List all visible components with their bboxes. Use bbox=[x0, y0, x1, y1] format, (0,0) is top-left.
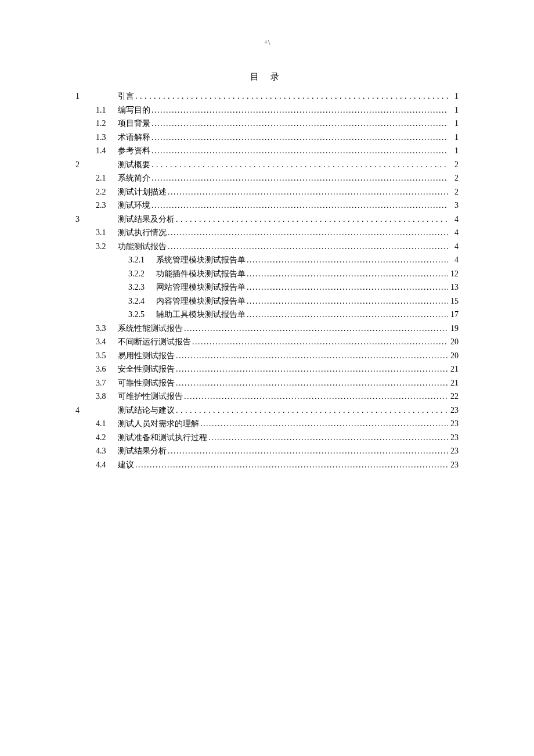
toc-page: 21 bbox=[449, 362, 459, 376]
toc-label: 测试结果分析 bbox=[118, 444, 167, 458]
toc-num-l2: 3.6 bbox=[96, 362, 118, 376]
toc-label: 测试概要 bbox=[118, 158, 150, 172]
toc-leader: ........................................… bbox=[176, 213, 448, 226]
toc-num-l2: 3.8 bbox=[96, 390, 118, 404]
toc-leader: ........................................… bbox=[151, 171, 448, 185]
toc-label: 测试计划描述 bbox=[118, 185, 167, 199]
toc-entry: 2.3测试环境.................................… bbox=[75, 199, 459, 213]
toc-entry: 4测试结论与建议................................… bbox=[75, 404, 459, 417]
toc-num-l2: 2.3 bbox=[96, 199, 118, 213]
toc-entry: 2.2测试计划描述...............................… bbox=[75, 185, 459, 199]
toc-num-l2: 4.3 bbox=[96, 444, 118, 458]
toc-num-l1: 1 bbox=[75, 89, 96, 103]
toc-page: 12 bbox=[449, 267, 459, 281]
toc-page: 2 bbox=[449, 171, 459, 185]
toc-page: 20 bbox=[449, 349, 459, 363]
toc-page: 15 bbox=[449, 294, 459, 308]
toc-leader: ........................................… bbox=[135, 89, 448, 103]
toc-page: 19 bbox=[449, 322, 459, 336]
toc-page: 3 bbox=[449, 199, 459, 213]
toc-entry: 3.2.4内容管理模块测试报告单........................… bbox=[75, 294, 459, 308]
toc-label: 测试准备和测试执行过程 bbox=[118, 431, 207, 445]
toc-page: 1 bbox=[449, 144, 459, 158]
toc-entry: 1.1编写目的.................................… bbox=[75, 103, 459, 117]
toc-entry: 4.2测试准备和测试执行过程..........................… bbox=[75, 431, 459, 445]
toc-label: 测试环境 bbox=[118, 199, 150, 213]
toc-leader: ........................................… bbox=[247, 253, 448, 267]
toc-label: 易用性测试报告 bbox=[118, 349, 175, 363]
toc-num-l3: 3.2.5 bbox=[128, 308, 156, 322]
toc-page: 13 bbox=[449, 280, 459, 294]
toc-title: 目 录 bbox=[75, 71, 459, 82]
toc-label: 可靠性测试报告 bbox=[118, 376, 175, 390]
toc-leader: ........................................… bbox=[247, 267, 448, 281]
toc-leader: ........................................… bbox=[176, 404, 448, 417]
toc-page: 20 bbox=[449, 335, 459, 349]
toc-leader: ........................................… bbox=[168, 226, 448, 240]
toc-num-l3: 3.2.2 bbox=[128, 267, 156, 281]
toc-num-l3: 3.2.4 bbox=[128, 294, 156, 308]
toc-leader: ........................................… bbox=[208, 431, 448, 445]
toc-num-l2: 2.2 bbox=[96, 185, 118, 199]
toc-page: 23 bbox=[449, 458, 459, 472]
toc-entry: 1引言.....................................… bbox=[75, 89, 459, 103]
toc-entry: 3.2.3网站管理模块测试报告单........................… bbox=[75, 280, 459, 294]
document-page: +\ 目 录 1引言..............................… bbox=[0, 0, 534, 471]
toc-num-l2: 1.3 bbox=[96, 131, 118, 145]
toc-leader: ........................................… bbox=[168, 240, 448, 254]
toc-leader: ........................................… bbox=[151, 117, 448, 131]
toc-label: 测试结果及分析 bbox=[118, 213, 175, 226]
toc-label: 内容管理模块测试报告单 bbox=[156, 294, 246, 308]
toc-page: 4 bbox=[449, 213, 459, 226]
toc-label: 辅助工具模块测试报告单 bbox=[156, 308, 246, 322]
toc-entry: 3.8可维护性测试报告.............................… bbox=[75, 390, 459, 404]
toc-num-l2: 3.3 bbox=[96, 322, 118, 336]
toc-label: 系统管理模块测试报告单 bbox=[156, 253, 246, 267]
toc-page: 21 bbox=[449, 376, 459, 390]
toc-entry: 3.2.5辅助工具模块测试报告单........................… bbox=[75, 308, 459, 322]
toc-entry: 1.2项目背景.................................… bbox=[75, 117, 459, 131]
toc-leader: ........................................… bbox=[176, 349, 448, 363]
toc-label: 测试人员对需求的理解 bbox=[118, 417, 199, 431]
toc-page: 22 bbox=[449, 390, 459, 404]
toc-label: 建议 bbox=[118, 458, 134, 472]
toc-num-l1: 3 bbox=[75, 213, 96, 226]
toc-leader: ........................................… bbox=[151, 199, 448, 213]
toc-page: 4 bbox=[449, 240, 459, 254]
toc-page: 2 bbox=[449, 158, 459, 172]
toc-label: 参考资料 bbox=[118, 144, 150, 158]
toc-label: 引言 bbox=[118, 89, 134, 103]
toc-leader: ........................................… bbox=[135, 458, 448, 472]
toc-entry: 1.3术语解释.................................… bbox=[75, 131, 459, 145]
toc-entry: 3.4不间断运行测试报告............................… bbox=[75, 335, 459, 349]
toc-label: 不间断运行测试报告 bbox=[118, 335, 191, 349]
toc-num-l2: 1.2 bbox=[96, 117, 118, 131]
toc-num-l2: 3.5 bbox=[96, 349, 118, 363]
toc-num-l2: 3.2 bbox=[96, 240, 118, 254]
toc-leader: ........................................… bbox=[247, 308, 448, 322]
toc-entry: 2.1系统简介.................................… bbox=[75, 171, 459, 185]
toc-leader: ........................................… bbox=[151, 131, 448, 145]
toc-page: 1 bbox=[449, 117, 459, 131]
toc-entry: 3.7可靠性测试报告..............................… bbox=[75, 376, 459, 390]
toc-page: 4 bbox=[449, 226, 459, 240]
toc-leader: ........................................… bbox=[168, 444, 448, 458]
toc-page: 1 bbox=[449, 103, 459, 117]
toc-label: 系统简介 bbox=[118, 171, 150, 185]
toc-page: 1 bbox=[449, 89, 459, 103]
toc-entry: 3.2功能测试报告...............................… bbox=[75, 240, 459, 254]
toc-label: 网站管理模块测试报告单 bbox=[156, 280, 246, 294]
toc-page: 17 bbox=[449, 308, 459, 322]
toc-num-l1: 4 bbox=[75, 404, 96, 417]
toc-num-l1: 2 bbox=[75, 158, 96, 172]
toc-num-l2: 3.7 bbox=[96, 376, 118, 390]
toc-entry: 3.6安全性测试报告..............................… bbox=[75, 362, 459, 376]
toc-leader: ........................................… bbox=[192, 335, 448, 349]
toc-label: 系统性能测试报告 bbox=[118, 322, 183, 336]
toc-entry: 3.1测试执行情况...............................… bbox=[75, 226, 459, 240]
toc-leader: ........................................… bbox=[247, 294, 448, 308]
toc-leader: ........................................… bbox=[168, 185, 448, 199]
toc-page: 23 bbox=[449, 417, 459, 431]
toc-entry: 3.2.2功能插件模块测试报告单........................… bbox=[75, 267, 459, 281]
toc-leader: ........................................… bbox=[184, 322, 448, 336]
